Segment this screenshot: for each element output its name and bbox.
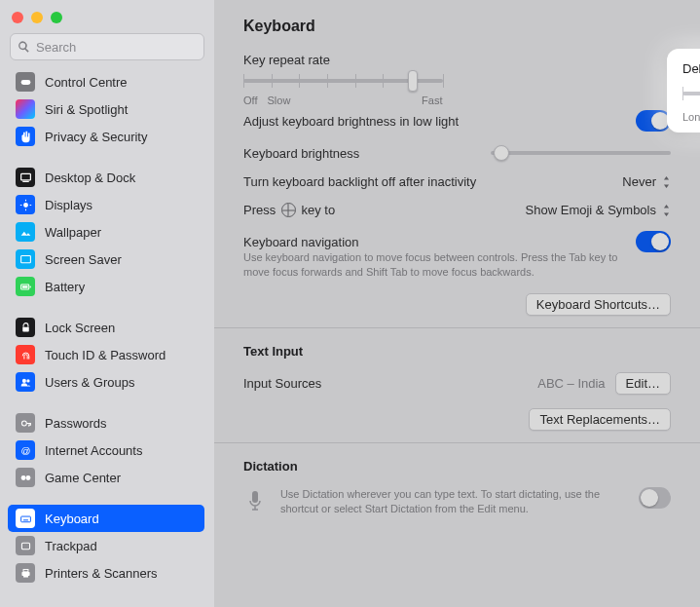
globe-key-popup[interactable]: Show Emoji & Symbols [526,203,671,217]
input-sources-value: ABC – India [537,376,605,391]
minimize-icon[interactable] [31,12,43,23]
slider-left-label: Off [243,95,257,106]
brightness-auto-label: Adjust keyboard brightness in low light [243,114,459,129]
sidebar-item-screensaver[interactable]: Screen Saver [8,246,204,273]
chevron-updown-icon [662,205,671,216]
sidebar-item-label: Screen Saver [45,252,122,267]
sidebar-item-users[interactable]: Users & Groups [8,368,204,396]
input-sources-label: Input Sources [243,376,321,391]
settings-window: Control Centre Siri & Spotlight Privacy … [0,0,700,607]
delay-repeat-slider[interactable] [682,84,700,103]
svg-rect-0 [20,80,30,85]
sidebar-item-touchid[interactable]: Touch ID & Password [8,341,204,368]
sidebar-item-desktop-dock[interactable]: Desktop & Dock [8,164,204,191]
globe-key-label: Press key to [243,203,335,217]
control-centre-icon [16,72,35,92]
sidebar-item-printers[interactable]: Printers & Scanners [8,559,204,587]
screensaver-icon [16,249,35,269]
printer-icon [16,563,35,583]
divider [214,327,700,328]
sidebar-item-label: Game Center [45,471,121,485]
sidebar-item-label: Internet Accounts [45,443,142,458]
sidebar-item-label: Wallpaper [45,225,101,240]
keyboard-icon [16,509,35,528]
desktop-icon [16,168,35,187]
sidebar-item-label: Battery [45,280,85,294]
svg-rect-25 [252,491,258,503]
row-globe-key: Press key to Show Emoji & Symbols [243,203,671,217]
sidebar-item-label: Touch ID & Password [45,348,166,362]
slider-thumb[interactable] [494,145,509,161]
kb-nav-desc: Use keyboard navigation to move focus be… [243,250,623,280]
key-repeat-slider[interactable] [243,71,443,91]
chevron-updown-icon [662,176,671,188]
sidebar-item-keyboard[interactable]: Keyboard [8,505,204,532]
search-field[interactable] [10,33,204,60]
main-content: Keyboard Key repeat rate OffSlowFast xx … [214,0,700,607]
brightness-slider[interactable] [491,145,671,161]
sidebar-item-battery[interactable]: Battery [8,273,204,300]
sidebar-item-label: Displays [45,198,92,212]
sidebar-item-label: Printers & Scanners [45,566,158,581]
svg-rect-20 [23,519,28,520]
slider-left-label: Long [682,111,700,123]
dictation-toggle[interactable] [639,487,671,509]
sidebar-item-label: Desktop & Dock [45,171,135,185]
at-icon: @ [16,440,35,460]
game-icon [16,468,35,487]
svg-point-14 [26,379,29,382]
close-icon[interactable] [12,12,23,23]
svg-point-13 [21,378,25,382]
delay-repeat-label: Delay until repeat [682,61,700,76]
sidebar-item-label: Trackpad [45,539,97,553]
sidebar-item-wallpaper[interactable]: Wallpaper [8,218,204,246]
svg-rect-23 [23,569,28,571]
sidebar-item-internet-accounts[interactable]: @Internet Accounts [8,436,204,464]
popup-value: Show Emoji & Symbols [526,203,656,217]
edit-button[interactable]: Edit… [615,372,671,395]
svg-rect-19 [20,516,30,522]
sidebar-item-game-center[interactable]: Game Center [8,464,204,491]
sidebar-item-label: Siri & Spotlight [45,102,128,117]
row-kb-nav: Keyboard navigation [243,231,671,252]
text-replacements-button[interactable]: Text Replacements… [529,408,671,431]
key-icon [16,413,35,433]
popup-value: Never [622,174,656,189]
row-brightness-auto: Adjust keyboard brightness in low light [243,110,671,132]
sidebar-item-privacy[interactable]: Privacy & Security [8,123,204,150]
svg-rect-12 [22,326,29,331]
search-input[interactable] [10,33,204,60]
window-controls [8,10,206,33]
trackpad-icon [16,536,35,555]
svg-rect-2 [22,180,29,181]
keyboard-shortcuts-button[interactable]: Keyboard Shortcuts… [526,293,671,316]
sidebar-item-siri[interactable]: Siri & Spotlight [8,95,204,123]
sidebar-item-displays[interactable]: Displays [8,191,204,218]
sidebar-item-control-centre[interactable]: Control Centre [8,68,204,95]
sidebar-item-lock-screen[interactable]: Lock Screen [8,314,204,341]
users-icon [16,372,35,392]
page-title: Keyboard [243,18,671,35]
brightness-label: Keyboard brightness [243,146,359,161]
svg-rect-1 [20,173,30,180]
zoom-icon[interactable] [51,12,62,23]
row-dictation: Use Dictation wherever you can type text… [243,487,671,516]
kb-nav-toggle[interactable] [636,231,671,252]
backlight-off-popup[interactable]: Never [622,174,671,189]
svg-text:@: @ [20,444,30,455]
sidebar-item-label: Passwords [45,416,107,431]
row-brightness: Keyboard brightness [243,145,671,161]
sidebar-item-passwords[interactable]: Passwords [8,409,204,436]
displays-icon [16,195,35,214]
svg-point-3 [23,203,28,208]
sidebar-item-label: Keyboard [45,512,99,526]
sidebar-item-trackpad[interactable]: Trackpad [8,532,204,559]
kb-nav-label: Keyboard navigation [243,235,359,249]
svg-rect-11 [21,285,27,287]
delay-until-repeat-card: Delay until repeat LongShort [669,51,700,131]
slider-right-label: Fast [422,95,442,106]
brightness-auto-toggle[interactable] [636,110,671,132]
microphone-icon [243,487,267,516]
slider-thumb[interactable] [408,70,418,92]
lock-icon [16,318,35,337]
